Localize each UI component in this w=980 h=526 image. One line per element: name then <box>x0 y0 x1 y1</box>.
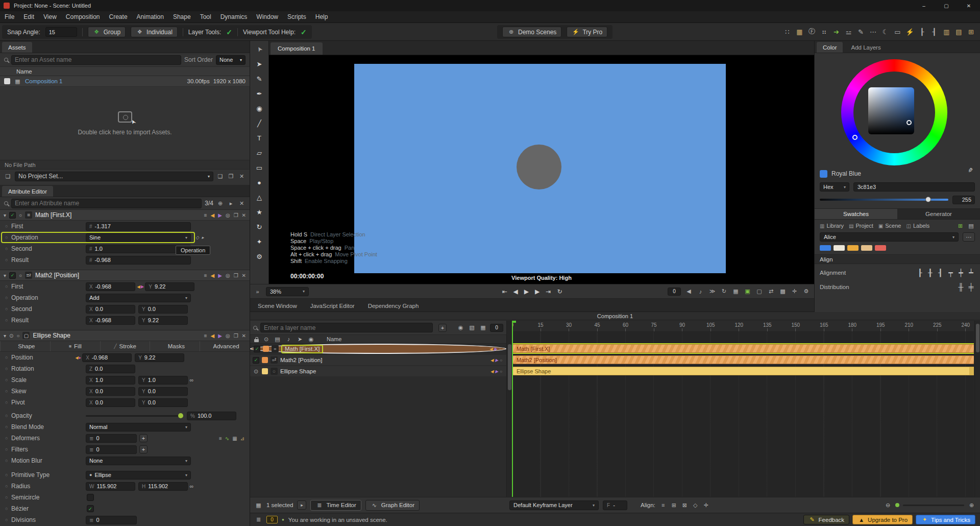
text-tool-icon[interactable]: T <box>253 132 266 144</box>
frame-offset-field[interactable]: 0 <box>668 288 681 296</box>
color-swatch[interactable] <box>875 245 886 251</box>
second-y-field[interactable]: Y0.0 <box>138 305 188 314</box>
green-screen-icon[interactable]: ▣ <box>744 288 751 295</box>
swap-icon[interactable]: ⇄ <box>767 288 775 295</box>
camera-icon[interactable]: ◉ <box>457 324 464 331</box>
grid-view-icon[interactable]: ⊞ <box>957 222 964 230</box>
menu-item[interactable]: Create <box>105 11 132 22</box>
settings-tool-icon[interactable]: ⚙ <box>253 251 266 262</box>
keyframe-toggle[interactable]: ○ <box>5 424 11 429</box>
align-top-icon[interactable]: ┯ <box>947 269 954 277</box>
zoom-in-icon[interactable]: ⊕ <box>216 200 224 207</box>
color-swatch[interactable] <box>861 245 872 251</box>
collapse-panel-button[interactable]: ▸ <box>297 500 306 510</box>
magnet-start-icon[interactable]: ≡ <box>659 501 667 509</box>
distribute-v-icon[interactable]: ╪ <box>967 283 975 291</box>
viewport-tool-help-checkbox[interactable]: ✓ <box>301 28 307 36</box>
expand-tools-icon[interactable]: » <box>254 288 261 295</box>
semicircle-checkbox[interactable] <box>87 494 94 501</box>
columns-icon[interactable]: ▥ <box>943 28 950 36</box>
menu-item[interactable]: Scripts <box>283 11 311 22</box>
first-value-field[interactable]: #-1.317 <box>86 222 191 231</box>
collapse-icon[interactable]: ▾ <box>4 212 6 218</box>
enabled-checkbox[interactable]: ✓ <box>9 272 16 279</box>
next-key-icon[interactable]: ▶ <box>218 273 222 278</box>
rectangle-tool-icon[interactable]: ▭ <box>253 162 266 174</box>
timeline-zoom-slider[interactable] <box>903 505 964 506</box>
library-tab[interactable]: ◫Labels <box>906 223 929 229</box>
menu-item[interactable]: Composition <box>61 11 105 22</box>
math1-header[interactable]: ▾ ✓ ○ = Math [First.X] ≡◀▶◎❐✕ <box>0 210 250 221</box>
hue-selector[interactable] <box>852 135 857 140</box>
primitive-type-select[interactable]: ●Ellipse▾ <box>86 471 191 480</box>
scale-x-field[interactable]: X1.0 <box>86 376 135 385</box>
navigate-icon[interactable]: ▸ <box>227 200 235 207</box>
tab-color[interactable]: Color <box>817 42 843 53</box>
rows-icon[interactable]: ▤ <box>955 28 963 36</box>
hex-mode-select[interactable]: Hex▾ <box>820 182 849 192</box>
close-icon[interactable]: ✕ <box>242 273 246 278</box>
frame-field[interactable]: 0 <box>490 324 503 332</box>
filters-field[interactable]: ≣0 <box>86 445 137 454</box>
color-swatch[interactable] <box>847 245 859 251</box>
align-right-icon[interactable]: ┨ <box>937 269 944 277</box>
step-back-button[interactable]: ◀ <box>513 288 518 295</box>
zoom-out-icon[interactable]: ⊖ <box>884 501 892 509</box>
assets-empty-area[interactable]: ➤ Double click here to import Assets. <box>0 87 250 160</box>
tips-and-tricks-button[interactable]: ✦Tips and Tricks <box>916 515 975 524</box>
sliders-icon[interactable]: ≡ <box>204 333 207 339</box>
camera-tool-icon[interactable]: ◉ <box>253 103 266 114</box>
skew-y-field[interactable]: Y0.0 <box>138 387 188 396</box>
expression-icon[interactable]: ▸ <box>202 235 204 240</box>
keyframe-toggle[interactable]: ○ <box>5 355 11 360</box>
viewport-canvas[interactable]: Hold SDirect Layer SelectionSpacePlay/St… <box>269 55 814 284</box>
add-deformer-button[interactable]: + <box>139 434 148 442</box>
polygon-tool-icon[interactable]: △ <box>253 192 266 203</box>
eye-icon[interactable]: ⊙ <box>262 336 270 343</box>
key-circle-icon[interactable]: ○ <box>500 358 502 363</box>
prev-key-icon[interactable]: ◀ <box>491 358 494 363</box>
keyframe-toggle[interactable]: ○ <box>5 366 11 371</box>
clear-search-icon[interactable]: ✕ <box>238 200 246 207</box>
keyframe-toggle[interactable]: ○ <box>5 377 11 382</box>
timeline-area[interactable]: 0153045607590105120135150165180195210225… <box>512 321 974 497</box>
result-value-field[interactable]: #-0.968 <box>86 256 191 265</box>
panel-icon[interactable]: ▦ <box>232 436 237 441</box>
moon-icon[interactable]: ☾ <box>881 28 889 36</box>
palette-select[interactable]: Alice▾ <box>820 232 959 242</box>
grid-icon[interactable]: ▦ <box>479 324 487 331</box>
menu-item[interactable]: Edit <box>19 11 39 22</box>
next-key-icon[interactable]: ▶ <box>494 347 497 351</box>
frame-mode-field[interactable]: F- <box>603 500 627 510</box>
tab-swatches[interactable]: Swatches <box>815 209 897 219</box>
layer-color-chip[interactable] <box>263 346 269 352</box>
alpha-slider-handle[interactable] <box>925 197 931 202</box>
sparkle-tool-icon[interactable]: ✦ <box>253 236 266 248</box>
link-icon[interactable]: ∞ <box>188 483 195 490</box>
project-select[interactable]: No Project Set...▾ <box>15 172 213 181</box>
keyframe-toggle[interactable]: ○ <box>5 447 11 452</box>
new-window-button[interactable]: ❐ <box>227 173 235 180</box>
loop-button[interactable]: ↻ <box>557 288 562 295</box>
tab-assets[interactable]: Assets <box>2 42 32 53</box>
opacity-field[interactable]: %100.0 <box>187 412 236 420</box>
editor-tab[interactable]: Scene Window <box>252 300 303 312</box>
shape-tab[interactable]: Shape <box>0 341 50 351</box>
ellipse-shape[interactable] <box>517 145 561 189</box>
enabled-checkbox[interactable]: ✓ <box>9 212 16 219</box>
layer-enabled-checkbox[interactable]: ✓ <box>254 346 260 352</box>
ellipse-tool-icon[interactable]: ● <box>253 177 266 188</box>
refresh-icon[interactable]: ↻ <box>720 288 728 295</box>
try-pro-button[interactable]: ⚡Try Pro <box>567 27 607 37</box>
individual-button[interactable]: ❖Individual <box>131 27 178 37</box>
keyframe-toggle[interactable]: ○ <box>5 295 11 300</box>
corner-icon[interactable]: ⊿ <box>240 436 244 441</box>
panel-icon[interactable]: ▦ <box>796 28 803 36</box>
position-x-field[interactable]: X-0.968 <box>82 353 132 362</box>
library-tab[interactable]: ▤Project <box>849 223 873 229</box>
radius-w-field[interactable]: W115.902 <box>86 482 135 491</box>
settings-icon[interactable]: ⚙ <box>802 288 810 295</box>
solo-icon[interactable]: ○ <box>16 333 19 339</box>
keyframe-arrows[interactable]: ◀▶ <box>137 284 143 289</box>
prev-key-icon[interactable]: ◀ <box>211 212 215 218</box>
